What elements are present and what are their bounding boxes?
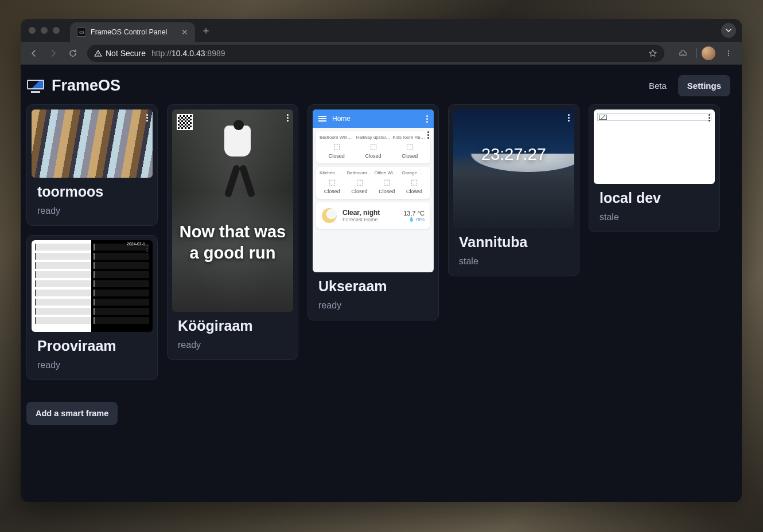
window-minimize-button[interactable]	[41, 27, 48, 34]
frame-title: local dev	[594, 190, 715, 206]
svg-point-3	[728, 52, 729, 53]
mountain-background	[453, 154, 574, 228]
card-menu-button[interactable]	[145, 244, 149, 253]
ha-weather-card: Clear, night Forecast Home 13.7 °C 💧 78%	[316, 202, 430, 229]
nav-back-button[interactable]	[25, 45, 42, 62]
app-logo[interactable]: FrameOS	[26, 77, 120, 95]
settings-button[interactable]: Settings	[678, 75, 730, 96]
arrow-right-icon	[49, 49, 58, 58]
tab-close-icon[interactable]: ✕	[181, 28, 188, 37]
beta-link[interactable]: Beta	[643, 76, 672, 95]
not-secure-label: Not Secure	[106, 49, 146, 58]
sensor-cell: Bedroom Window … ⬚ Closed	[318, 135, 355, 159]
ha-title: Home	[332, 115, 351, 123]
frame-thumbnail[interactable]: 2024-07-1…	[32, 240, 153, 332]
frame-card-vannituba[interactable]: 23:27:27 Vannituba stale	[448, 104, 579, 276]
door-icon: ⬚	[318, 178, 346, 186]
door-icon: ⬚	[355, 142, 392, 151]
warning-triangle-icon	[94, 49, 102, 57]
frame-title: Prooviraam	[32, 338, 153, 354]
address-bar[interactable]: Not Secure http://10.4.0.43:8989	[87, 45, 664, 62]
sensor-cell: Kids room Rear wi… ⬚ Closed	[391, 135, 428, 159]
weather-humidity: 78%	[415, 217, 425, 222]
add-frame-button[interactable]: Add a smart frame	[26, 402, 118, 425]
page-content: FrameOS Beta Settings toormoos ready	[21, 65, 742, 502]
card-menu-button[interactable]	[426, 130, 430, 140]
door-icon: ⬚	[373, 178, 401, 186]
extensions-button[interactable]	[675, 45, 692, 62]
frame-status: stale	[453, 256, 574, 268]
nav-reload-button[interactable]	[64, 45, 81, 62]
frameos-logo-icon	[26, 79, 45, 93]
chevron-down-icon	[726, 29, 731, 32]
frame-card-prooviraam[interactable]: 2024-07-1… Prooviraam ready	[26, 235, 158, 380]
sensor-cell: Garage Wind… ⬚ Closed	[400, 170, 428, 194]
moon-icon	[322, 208, 337, 223]
ha-header: Home	[313, 109, 434, 128]
weather-temperature: 13.7 °C	[403, 210, 425, 217]
runner-figure	[201, 120, 264, 194]
thumb-caption: Now that was a good run	[176, 221, 290, 263]
ha-sensors-card-1: Bedroom Window … ⬚ Closed Hallway upstai…	[316, 131, 430, 163]
window-controls[interactable]	[29, 27, 60, 34]
browser-tab[interactable]: ▭ FrameOS Control Panel ✕	[70, 22, 195, 42]
profile-avatar[interactable]	[702, 46, 715, 60]
frame-title: Vannituba	[453, 234, 574, 251]
frame-card-ukseraam[interactable]: Home Bedroom Window … ⬚ Closed	[307, 104, 439, 320]
card-menu-button[interactable]	[145, 113, 149, 123]
security-status[interactable]: Not Secure	[94, 49, 146, 58]
sensor-cell: Hallway upstairs … ⬚ Closed	[355, 135, 392, 159]
window-close-button[interactable]	[29, 27, 36, 34]
frame-status: stale	[594, 212, 715, 224]
sensor-cell: Bathroom Wi… ⬚ Closed	[346, 170, 373, 194]
card-menu-button[interactable]	[286, 113, 290, 123]
frame-status: ready	[172, 340, 293, 351]
card-menu-button[interactable]	[567, 113, 571, 123]
frame-card-toormoos[interactable]: toormoos ready	[26, 104, 158, 226]
frame-thumbnail[interactable]	[32, 109, 153, 178]
frame-thumbnail[interactable]	[594, 109, 715, 184]
door-icon: ⬚	[346, 178, 373, 186]
browser-menu-button[interactable]	[720, 45, 737, 62]
app-header: FrameOS Beta Settings	[21, 65, 742, 104]
card-menu-button[interactable]	[707, 113, 711, 123]
browser-tab-bar: ▭ FrameOS Control Panel ✕ ＋	[21, 19, 742, 42]
weather-condition: Clear, night	[342, 209, 398, 217]
reload-icon	[68, 49, 77, 58]
puzzle-icon	[679, 49, 688, 58]
droplet-icon: 💧	[408, 217, 414, 222]
star-icon	[648, 49, 657, 58]
frame-status: ready	[32, 360, 153, 371]
window-zoom-button[interactable]	[53, 27, 60, 34]
frame-title: Köögiraam	[172, 318, 293, 334]
more-vertical-icon	[426, 115, 428, 123]
sensor-cell: Kitchen Wind… ⬚ Closed	[318, 170, 346, 194]
svg-point-4	[728, 54, 729, 56]
tab-favicon-icon: ▭	[77, 28, 86, 37]
nav-forward-button[interactable]	[45, 45, 62, 62]
frame-thumbnail[interactable]: 23:27:27	[453, 109, 574, 228]
sensor-cell: Office Windo… ⬚ Closed	[373, 170, 401, 194]
frame-title: Ukseraam	[313, 278, 434, 295]
frame-thumbnail[interactable]: Now that was a good run	[172, 109, 293, 312]
arrow-left-icon	[29, 49, 38, 58]
weather-source: Forecast Home	[342, 217, 398, 222]
new-tab-button[interactable]: ＋	[201, 24, 211, 37]
frame-thumbnail[interactable]: Home Bedroom Window … ⬚ Closed	[313, 109, 434, 272]
clock-time: 23:27:27	[481, 145, 546, 164]
browser-toolbar: Not Secure http://10.4.0.43:8989	[21, 42, 742, 65]
frames-grid: toormoos ready 2024-07-1…	[21, 104, 742, 389]
svg-point-2	[728, 50, 729, 51]
tab-overflow-button[interactable]	[721, 23, 736, 38]
frame-card-koogiraam[interactable]: Now that was a good run Köögiraam ready	[167, 104, 298, 360]
bookmark-button[interactable]	[648, 49, 657, 58]
broken-image-icon	[599, 115, 607, 120]
door-icon: ⬚	[318, 142, 355, 151]
frame-title: toormoos	[32, 183, 153, 200]
hamburger-icon	[318, 116, 326, 122]
frame-card-localdev[interactable]: local dev stale	[589, 104, 720, 232]
svg-point-1	[98, 54, 98, 55]
frame-status: ready	[32, 206, 153, 217]
ha-sensors-card-2: Kitchen Wind… ⬚ Closed Bathroom Wi… ⬚ Cl…	[316, 167, 430, 199]
frame-status: ready	[313, 300, 434, 312]
